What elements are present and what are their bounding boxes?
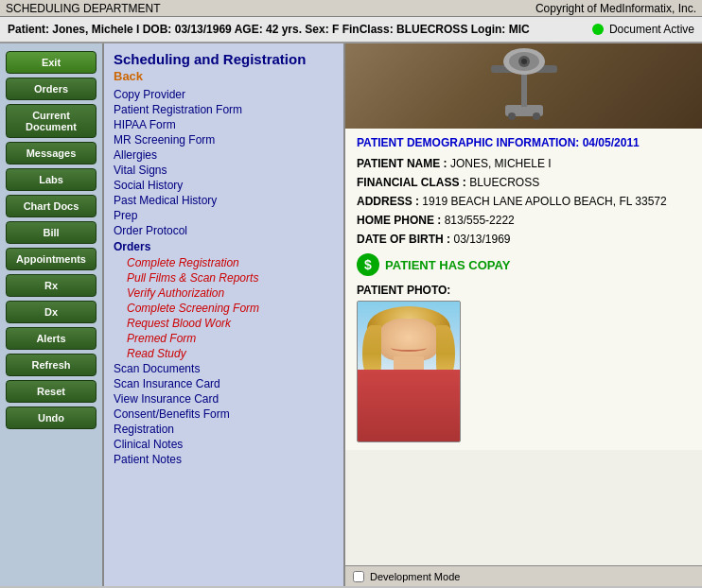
menu-complete-registration[interactable]: Complete Registration (114, 255, 334, 270)
home-phone-value: 813/555-2222 (445, 214, 515, 227)
photo-label: PATIENT PHOTO: (357, 284, 691, 297)
menu-vital-signs[interactable]: Vital Signs (114, 163, 334, 178)
svg-point-6 (521, 59, 527, 64)
menu-order-protocol[interactable]: Order Protocol (114, 223, 334, 238)
dob-value: 03/13/1969 (453, 233, 510, 246)
menu-pull-films-scan-reports[interactable]: Pull Films & Scan Reports (114, 270, 334, 285)
document-status: Document Active (592, 23, 694, 36)
patient-photo (357, 301, 461, 442)
dob-row: DATE OF BIRTH : 03/13/1969 (357, 233, 691, 246)
patient-bar: Patient: Jones, Michele I DOB: 03/13/196… (0, 17, 702, 43)
bottom-bar: Development Mode (345, 565, 702, 586)
app-title: SCHEDULING DEPARTMENT (6, 2, 161, 15)
demo-header: PATIENT DEMOGRAPHIC INFORMATION: 04/05/2… (357, 136, 691, 149)
dollar-icon: $ (357, 253, 379, 276)
content-panel: PATIENT DEMOGRAPHIC INFORMATION: 04/05/2… (345, 43, 702, 586)
menu-hipaa-form[interactable]: HIPAA Form (114, 117, 334, 132)
menu-registration[interactable]: Registration (114, 422, 334, 437)
demographic-info: PATIENT DEMOGRAPHIC INFORMATION: 04/05/2… (345, 129, 702, 450)
xray-machine-svg (453, 48, 595, 124)
copay-text: PATIENT HAS COPAY (385, 258, 510, 272)
bill-button[interactable]: Bill (6, 221, 97, 244)
financial-class-row: FINANCIAL CLASS : BLUECROSS (357, 176, 691, 189)
address-value: 1919 BEACH LANE APOLLO BEACH, FL 33572 (422, 195, 666, 208)
menu-patient-registration-form[interactable]: Patient Registration Form (114, 102, 334, 117)
menu-verify-authorization[interactable]: Verify Authorization (114, 285, 334, 301)
menu-complete-screening-form[interactable]: Complete Screening Form (114, 301, 334, 316)
financial-class-label: FINANCIAL CLASS : (357, 176, 466, 189)
patient-name-label: PATIENT NAME : (357, 157, 448, 170)
copyright-text: Copyright of MedInformatix, Inc. (535, 2, 696, 15)
financial-class-value: BLUECROSS (469, 176, 539, 189)
reset-button[interactable]: Reset (6, 380, 97, 403)
svg-point-7 (508, 112, 516, 120)
dx-button[interactable]: Dx (6, 301, 97, 323)
rx-button[interactable]: Rx (6, 274, 97, 297)
menu-scan-insurance-card[interactable]: Scan Insurance Card (114, 376, 334, 391)
menu-copy-provider[interactable]: Copy Provider (114, 87, 334, 102)
dob-label: DATE OF BIRTH : (357, 233, 450, 246)
refresh-button[interactable]: Refresh (6, 354, 97, 376)
demo-header-date: 04/05/2011 (583, 136, 640, 149)
svg-point-8 (533, 112, 540, 120)
home-phone-label: HOME PHONE : (357, 214, 441, 227)
left-sidebar: Exit Orders Current Document Messages La… (0, 43, 104, 586)
menu-mr-screening-form[interactable]: MR Screening Form (114, 132, 334, 147)
menu-back-link[interactable]: Back (114, 69, 334, 83)
menu-allergies[interactable]: Allergies (114, 147, 334, 163)
appointments-button[interactable]: Appointments (6, 248, 97, 270)
current-document-button[interactable]: Current Document (6, 104, 97, 138)
patient-name-value: JONES, MICHELE I (450, 157, 552, 170)
menu-view-insurance-card[interactable]: View Insurance Card (114, 391, 334, 406)
menu-orders-section: Orders (114, 238, 334, 255)
menu-title: Scheduling and Registration (114, 51, 334, 67)
menu-prep[interactable]: Prep (114, 208, 334, 223)
menu-premed-form[interactable]: Premed Form (114, 331, 334, 346)
menu-read-study[interactable]: Read Study (114, 346, 334, 361)
copay-section: $ PATIENT HAS COPAY (357, 253, 691, 276)
status-indicator (592, 24, 604, 35)
patient-info: Patient: Jones, Michele I DOB: 03/13/196… (8, 23, 530, 36)
menu-panel: Scheduling and Registration Back Copy Pr… (104, 43, 345, 586)
demo-header-label: PATIENT DEMOGRAPHIC INFORMATION: (357, 136, 579, 149)
address-label: ADDRESS : (357, 195, 419, 208)
main-layout: Exit Orders Current Document Messages La… (0, 43, 702, 586)
undo-button[interactable]: Undo (6, 406, 97, 429)
messages-button[interactable]: Messages (6, 142, 97, 164)
dev-mode-checkbox[interactable] (353, 571, 364, 582)
menu-consent-benefits-form[interactable]: Consent/Benefits Form (114, 406, 334, 422)
orders-button[interactable]: Orders (6, 78, 97, 100)
menu-patient-notes[interactable]: Patient Notes (114, 452, 334, 467)
status-text: Document Active (609, 23, 694, 36)
labs-button[interactable]: Labs (6, 168, 97, 191)
alerts-button[interactable]: Alerts (6, 327, 97, 350)
menu-social-history[interactable]: Social History (114, 178, 334, 193)
menu-request-blood-work[interactable]: Request Blood Work (114, 316, 334, 331)
menu-clinical-notes[interactable]: Clinical Notes (114, 437, 334, 452)
address-row: ADDRESS : 1919 BEACH LANE APOLLO BEACH, … (357, 195, 691, 208)
xray-image-area (345, 43, 702, 129)
chart-docs-button[interactable]: Chart Docs (6, 195, 97, 217)
dev-mode-label: Development Mode (370, 571, 460, 582)
home-phone-row: HOME PHONE : 813/555-2222 (357, 214, 691, 227)
menu-scan-documents[interactable]: Scan Documents (114, 361, 334, 376)
menu-past-medical-history[interactable]: Past Medical History (114, 193, 334, 208)
title-bar: SCHEDULING DEPARTMENT Copyright of MedIn… (0, 0, 702, 17)
exit-button[interactable]: Exit (6, 51, 97, 74)
patient-name-row: PATIENT NAME : JONES, MICHELE I (357, 157, 691, 170)
